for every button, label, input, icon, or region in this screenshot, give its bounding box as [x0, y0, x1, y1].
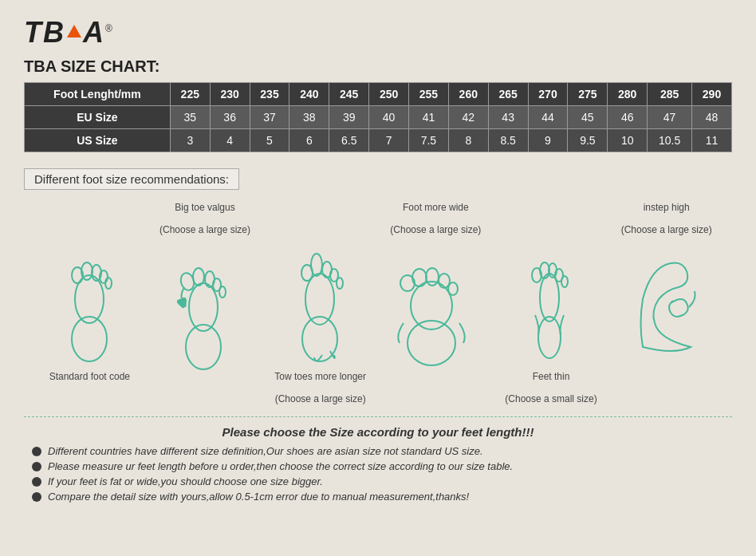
- recommendations-box: Different foot size recommendations:: [24, 168, 239, 190]
- col-260: 260: [448, 83, 488, 106]
- note-text-2: Please measure ur feet length before u o…: [48, 460, 513, 472]
- svg-point-25: [426, 268, 439, 286]
- svg-point-6: [105, 278, 112, 289]
- svg-point-24: [412, 269, 427, 286]
- svg-point-17: [311, 254, 322, 276]
- note-bullet-3: [32, 477, 41, 487]
- svg-point-22: [411, 282, 452, 329]
- instep-foot-group: instep high (Choose a large size): [608, 202, 724, 404]
- col-280: 280: [608, 83, 648, 106]
- note-bullet-2: [32, 462, 41, 471]
- svg-point-28: [538, 317, 561, 358]
- note-bullet-1: [32, 447, 41, 456]
- instep-bottom-label: [608, 379, 724, 404]
- note-bullet-4: [32, 492, 41, 502]
- note-item-1: Different countries have different size …: [32, 445, 724, 457]
- longer-foot-group: Tow toes more longer (Choose a large siz…: [262, 202, 378, 404]
- standard-top-label: [32, 202, 148, 227]
- svg-point-10: [193, 268, 204, 286]
- note-text-1: Different countries have different size …: [48, 445, 483, 457]
- longer-foot-icon: [290, 231, 350, 367]
- col-285: 285: [648, 83, 692, 106]
- thin-foot-group: Feet thin (Choose a small size): [494, 202, 609, 404]
- col-255: 255: [409, 83, 449, 106]
- logo-area: TBA®: [24, 16, 732, 49]
- notes-title: Please choose the Size according to your…: [32, 425, 724, 439]
- logo-text: TBA®: [24, 16, 114, 49]
- standard-bottom-label: Standard foot code: [32, 371, 148, 396]
- standard-foot-svg: [32, 231, 148, 367]
- col-265: 265: [488, 83, 528, 106]
- col-275: 275: [568, 83, 608, 106]
- wide-foot-svg: [378, 239, 494, 375]
- standard-foot-icon: [61, 235, 117, 363]
- thin-foot-svg: [494, 231, 609, 367]
- svg-point-13: [219, 286, 226, 298]
- note-text-3: If your feet is fat or wide,you should c…: [48, 475, 323, 487]
- note-item-2: Please measure ur feet length before u o…: [32, 460, 724, 472]
- notes-section: Please choose the Size according to your…: [24, 425, 732, 503]
- wide-foot-icon: [392, 243, 479, 371]
- col-225: 225: [170, 83, 210, 106]
- note-item-4: Compare the detail size with yours,allow…: [32, 491, 724, 503]
- us-label: US Size: [25, 129, 171, 152]
- valgus-foot-icon: [173, 243, 237, 371]
- col-240: 240: [289, 83, 329, 106]
- instep-foot-icon: [627, 243, 707, 371]
- recommendations-label: Different foot size recommendations:: [34, 172, 229, 186]
- note-item-3: If your feet is fat or wide,you should c…: [32, 475, 724, 487]
- valgus-bottom-label: [148, 379, 263, 404]
- longer-top-label: [262, 202, 378, 227]
- col-270: 270: [528, 83, 568, 106]
- chart-title: TBA SIZE CHART:: [24, 57, 732, 76]
- col-230: 230: [210, 83, 250, 106]
- col-245: 245: [329, 83, 369, 106]
- wide-top-label: Foot more wide (Choose a large size): [378, 202, 494, 235]
- valgus-foot-svg: [148, 239, 263, 375]
- thin-bottom-label: Feet thin (Choose a small size): [494, 371, 609, 404]
- logo-reg: ®: [105, 23, 114, 34]
- svg-point-34: [561, 276, 568, 287]
- us-size-row: US Size 3 4 5 6 6.5 7 7.5 8 8.5 9 9.5 10…: [25, 129, 732, 152]
- valgus-foot-group: Big toe valgus (Choose a large size): [148, 202, 263, 404]
- table-header-label: Foot Lenght/mm: [25, 83, 171, 106]
- thin-top-label: [494, 202, 609, 227]
- logo-triangle-icon: [67, 25, 81, 37]
- size-table: Foot Lenght/mm 225 230 235 240 245 250 2…: [24, 82, 732, 152]
- instep-top-label: instep high (Choose a large size): [608, 202, 724, 235]
- wide-foot-group: Foot more wide (Choose a large size): [378, 202, 494, 404]
- instep-foot-svg: [608, 239, 724, 375]
- col-250: 250: [369, 83, 409, 106]
- foot-illustrations: Standard foot code Big toe valgus (Choos…: [24, 202, 732, 404]
- svg-point-20: [337, 278, 343, 289]
- svg-point-27: [448, 282, 458, 295]
- valgus-top-label: Big toe valgus (Choose a large size): [148, 202, 263, 235]
- eu-size-row: EU Size 35 36 37 38 39 40 41 42 43 44 45…: [25, 106, 732, 129]
- standard-foot-group: Standard foot code: [32, 202, 148, 396]
- longer-bottom-label: Tow toes more longer (Choose a large siz…: [262, 371, 378, 404]
- eu-label: EU Size: [25, 106, 171, 129]
- col-235: 235: [250, 83, 289, 106]
- divider: [24, 416, 732, 417]
- thin-foot-icon: [526, 235, 577, 363]
- note-text-4: Compare the detail size with yours,allow…: [48, 491, 469, 503]
- col-290: 290: [692, 83, 732, 106]
- longer-foot-svg: [262, 231, 378, 367]
- wide-bottom-label: [378, 379, 494, 404]
- svg-point-21: [408, 321, 455, 365]
